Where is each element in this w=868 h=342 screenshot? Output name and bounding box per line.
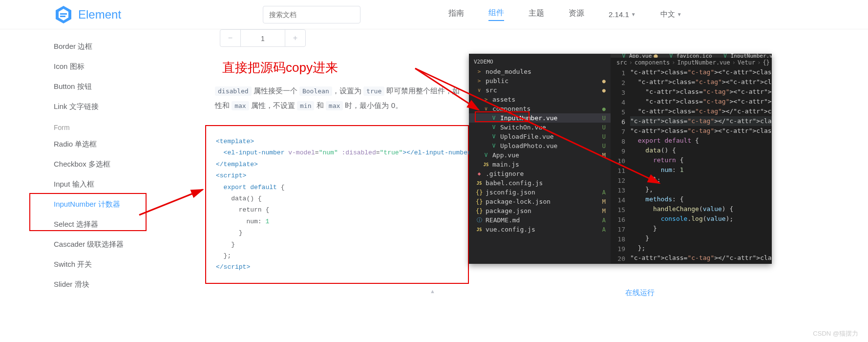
code-example: <template> <el-input-number v-model="num… (205, 125, 469, 284)
vscode-tree-item[interactable]: >public● (469, 76, 611, 86)
search-box (263, 6, 360, 23)
counter-decrease[interactable]: − (220, 30, 241, 46)
logo-text: Element (78, 8, 121, 21)
main-content: − 1 + 直接把源码copy进来 disabled 属性接受一个 Boolea… (205, 29, 469, 284)
vscode-tree-item[interactable]: VUploadFile.vueU (469, 132, 611, 141)
vscode-gutter: 1234567891011121314151617181920 (611, 67, 630, 264)
vscode-tree-item[interactable]: ⓘREADME.mdA (469, 215, 611, 225)
vscode-tree-item[interactable]: {}package-lock.jsonM (469, 197, 611, 206)
nav-theme[interactable]: 主题 (529, 8, 544, 21)
code-boolean: Boolean (299, 86, 332, 96)
vscode-tab[interactable]: VApp.vue ● (615, 54, 663, 58)
code-disabled: disabled (215, 86, 252, 96)
vscode-tree-item[interactable]: {}package.jsonM (469, 206, 611, 215)
version-select[interactable]: 2.14.1▼ (609, 10, 636, 19)
vscode-tab[interactable]: VInputNumber.vue (717, 54, 772, 58)
vscode-code: 1234567891011121314151617181920 "c-attr"… (611, 67, 772, 264)
sidebar-item-input[interactable]: Input 输入框 (54, 174, 181, 194)
sidebar-item-slider[interactable]: Slider 滑块 (54, 275, 181, 295)
vscode-tree-item[interactable]: VSwitchOn.vueU (469, 123, 611, 132)
code-true: true (363, 86, 384, 96)
vscode-breadcrumb: src › components › InputNumber.vue › Vet… (611, 58, 772, 67)
vscode-tabs: VApp.vue ●Vfavicon.icoVInputNumber.vue (611, 54, 772, 58)
watermark: CSDN @猫摆力 (813, 329, 858, 338)
sidebar-item-radio[interactable]: Radio 单选框 (54, 134, 181, 154)
vscode-tree-item[interactable]: >node_modules (469, 67, 611, 76)
nav-guide[interactable]: 指南 (448, 8, 464, 21)
code-max2: max (326, 101, 343, 110)
sidebar-item-icon[interactable]: Icon 图标 (54, 57, 181, 77)
header: Element 指南 组件 主题 资源 2.14.1▼ 中文▼ (0, 0, 868, 29)
annotation-file-box (475, 111, 529, 122)
description: disabled 属性接受一个 Boolean，设置为 true 即可禁用整个组… (215, 84, 469, 113)
vscode-tree-item[interactable]: JSvue.config.jsA (469, 225, 611, 234)
counter-increase[interactable]: + (285, 30, 305, 46)
nav-component[interactable]: 组件 (488, 8, 504, 21)
lang-select[interactable]: 中文▼ (660, 10, 682, 19)
vscode-tab[interactable]: Vfavicon.ico (663, 54, 717, 58)
chevron-down-icon: ▼ (677, 12, 682, 17)
input-number-demo: − 1 + (220, 29, 306, 47)
vscode-window: V2DEMO >node_modules>public●∨src●>assets… (469, 54, 772, 264)
sidebar-item-switch[interactable]: Switch 开关 (54, 255, 181, 275)
sidebar: Border 边框 Icon 图标 Button 按钮 Link 文字链接 Fo… (54, 37, 181, 295)
search-input[interactable] (263, 6, 360, 23)
counter-value[interactable]: 1 (241, 30, 285, 46)
code-min: min (297, 101, 314, 110)
vscode-tree-item[interactable]: {}jsconfig.jsonA (469, 188, 611, 197)
top-nav: 指南 组件 主题 资源 2.14.1▼ 中文▼ (448, 8, 682, 21)
sidebar-item-checkbox[interactable]: Checkbox 多选框 (54, 154, 181, 174)
vscode-lines[interactable]: "c-attr">class="c-tag"><"c-attr">class="… (630, 67, 772, 264)
chevron-down-icon: ▼ (631, 12, 636, 17)
vscode-tree-item[interactable]: ∨src● (469, 86, 611, 95)
sidebar-item-link[interactable]: Link 文字链接 (54, 97, 181, 117)
sidebar-item-cascader[interactable]: Cascader 级联选择器 (54, 235, 181, 255)
logo[interactable]: Element (54, 5, 121, 24)
vscode-tree-item[interactable]: JSmain.js (469, 160, 611, 169)
sidebar-group-form: Form (54, 117, 181, 134)
vscode-tree-item[interactable]: VApp.vueM (469, 150, 611, 160)
sidebar-item-button[interactable]: Button 按钮 (54, 77, 181, 97)
vscode-tree-item[interactable]: >assets (469, 95, 611, 104)
vscode-tree-item[interactable]: ◆.gitignore (469, 169, 611, 178)
vscode-editor: VApp.vue ●Vfavicon.icoVInputNumber.vue s… (611, 54, 772, 264)
vscode-explorer: V2DEMO >node_modules>public●∨src●>assets… (469, 54, 611, 264)
sidebar-item-border[interactable]: Border 边框 (54, 37, 181, 57)
vscode-tree-item[interactable]: VUploadPhoto.vueU (469, 141, 611, 150)
code-max: max (232, 101, 249, 110)
annotation-text: 直接把源码copy进来 (222, 59, 469, 76)
vscode-tree-item[interactable]: JSbabel.config.js (469, 178, 611, 188)
annotation-sidebar-box (29, 193, 147, 231)
vscode-project-name: V2DEMO (469, 57, 611, 67)
nav-resource[interactable]: 资源 (569, 8, 584, 21)
caret-up-icon[interactable]: ▲ (430, 288, 435, 294)
element-logo-icon (54, 5, 73, 24)
